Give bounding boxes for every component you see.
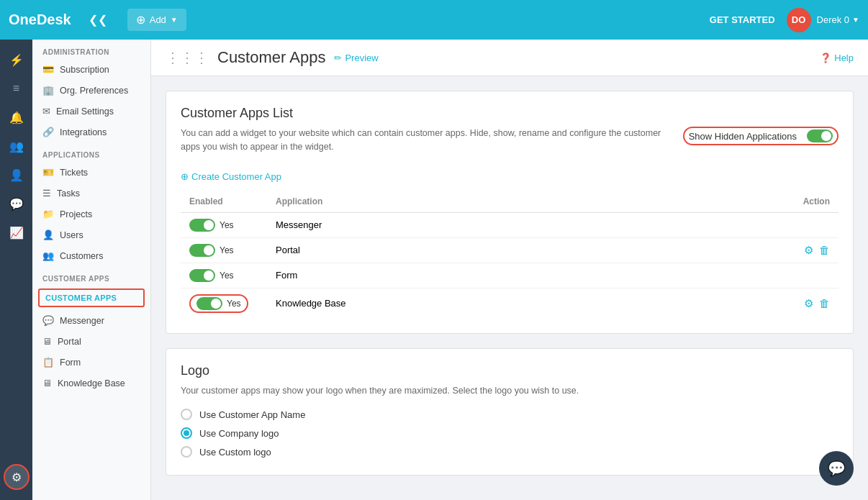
action-cell-kb: ⚙ 🗑	[781, 288, 838, 319]
toggle-wrap-portal: Yes	[189, 244, 258, 257]
sidebar-item-org-label: Org. Preferences	[60, 86, 128, 96]
sidebar-item-tasks[interactable]: ☰ Tasks	[32, 183, 150, 204]
admin-section-title: ADMINISTRATION	[32, 40, 150, 59]
sidebar-item-form[interactable]: 📋 Form	[32, 352, 150, 373]
customer-apps-list-card-body: Customer Apps List You can add a widget …	[166, 91, 853, 333]
tasks-icon: ☰	[42, 188, 51, 199]
toggle-form[interactable]	[189, 269, 215, 282]
enabled-cell-messenger: Yes	[181, 212, 267, 237]
user-name[interactable]: Derek 0	[817, 14, 850, 25]
add-chevron-icon: ▼	[171, 16, 178, 24]
apps-table: Enabled Application Action	[181, 191, 838, 319]
sidebar-icon-people[interactable]: 👥	[4, 133, 30, 159]
users-icon: 👤	[42, 229, 54, 240]
logo-section-desc: Your customer apps may show your logo wh…	[181, 384, 670, 398]
sidebar-item-integrations[interactable]: 🔗 Integrations	[32, 122, 150, 142]
kb-toggle-highlight: Yes	[189, 294, 248, 313]
action-icons-kb: ⚙ 🗑	[790, 297, 830, 310]
sidebar-item-tickets-label: Tickets	[60, 168, 88, 178]
messenger-icon: 💬	[42, 315, 54, 326]
settings-icon-kb[interactable]: ⚙	[804, 297, 813, 310]
collapse-button[interactable]: ❮❮	[83, 10, 113, 29]
show-hidden-circle: Show Hidden Applications	[683, 127, 838, 145]
table-row: Yes Knowledge Base ⚙ 🗑	[181, 288, 838, 319]
add-button[interactable]: ⊕ Add ▼	[127, 9, 186, 31]
sidebar-icon-gear[interactable]: ⚙	[4, 464, 30, 490]
show-hidden-label: Show Hidden Applications	[689, 131, 797, 142]
sidebar-icon-list[interactable]: ≡	[4, 76, 30, 101]
sidebar-item-email-label: Email Settings	[56, 106, 114, 117]
logo-section-title: Logo	[181, 363, 838, 378]
enabled-cell-form: Yes	[181, 263, 267, 288]
sidebar-item-projects[interactable]: 📁 Projects	[32, 204, 150, 224]
avatar[interactable]: DO	[787, 8, 811, 32]
chat-bubble-button[interactable]: 💬	[819, 451, 854, 486]
main-layout: ⚡ ≡ 🔔 👥 👤 💬 📈 ⚙ ADMINISTRATION 💳 Subscri…	[0, 40, 868, 500]
table-row: Yes Messenger	[181, 212, 838, 237]
email-icon: ✉	[42, 106, 50, 117]
sidebar-item-users[interactable]: 👤 Users	[32, 224, 150, 245]
plus-icon: ⊕	[136, 13, 145, 27]
sidebar-item-portal[interactable]: 🖥 Portal	[32, 331, 150, 352]
customer-apps-list-title: Customer Apps List	[181, 106, 838, 121]
toggle-wrap-messenger: Yes	[189, 219, 258, 232]
app-name-portal: Portal	[267, 237, 781, 263]
toggle-portal[interactable]	[189, 244, 215, 257]
sidebar-item-messenger[interactable]: 💬 Messenger	[32, 310, 150, 331]
sidebar-icon-analytics[interactable]: 📈	[4, 219, 30, 245]
show-hidden-toggle[interactable]	[807, 129, 833, 142]
topbar: OneDesk ❮❮ ⊕ Add ▼ GET STARTED DO Derek …	[0, 0, 868, 40]
content-area: ⋮⋮⋮ Customer Apps ✏ Preview ❓ Help Custo…	[151, 40, 868, 500]
sidebar-item-projects-label: Projects	[60, 209, 92, 219]
get-started-button[interactable]: GET STARTED	[710, 14, 775, 25]
app-name-form: Form	[267, 263, 781, 288]
nav-sidebar: ADMINISTRATION 💳 Subscription 🏢 Org. Pre…	[32, 40, 151, 500]
settings-icon-portal[interactable]: ⚙	[804, 244, 813, 257]
toggle-kb[interactable]	[196, 297, 222, 310]
sidebar-item-tickets[interactable]: 🎫 Tickets	[32, 162, 150, 183]
help-button[interactable]: ❓ Help	[820, 53, 854, 63]
page-header: ⋮⋮⋮ Customer Apps ✏ Preview ❓ Help	[151, 40, 868, 76]
radio-item-custom-logo[interactable]: Use Custom logo	[181, 446, 838, 458]
grid-icon[interactable]: ⋮⋮⋮	[166, 49, 209, 66]
radio-item-company-logo[interactable]: Use Company logo	[181, 427, 838, 439]
logo[interactable]: OneDesk	[9, 12, 71, 28]
user-chevron-icon[interactable]: ▼	[852, 16, 859, 24]
tickets-icon: 🎫	[42, 167, 54, 178]
sidebar-icon-person[interactable]: 👤	[4, 162, 30, 188]
customers-icon: 👥	[42, 250, 54, 261]
sidebar-icon-chat[interactable]: 💬	[4, 191, 30, 217]
sidebar-item-knowledge-base[interactable]: 🖥 Knowledge Base	[32, 373, 150, 394]
sidebar-item-integrations-label: Integrations	[60, 127, 107, 137]
sidebar-item-email-settings[interactable]: ✉ Email Settings	[32, 101, 150, 122]
sidebar-item-messenger-label: Messenger	[60, 316, 104, 326]
integrations-icon: 🔗	[42, 127, 54, 137]
preview-label: Preview	[345, 53, 378, 63]
help-icon: ❓	[820, 53, 831, 63]
delete-icon-portal[interactable]: 🗑	[819, 244, 830, 256]
radio-outer-custom-logo	[181, 446, 192, 458]
sidebar-item-customers[interactable]: 👥 Customers	[32, 245, 150, 266]
customer-apps-section-title: CUSTOMER APPS	[32, 266, 150, 286]
sidebar-icon-dashboard[interactable]: ⚡	[4, 47, 30, 73]
preview-link[interactable]: ✏ Preview	[334, 53, 378, 63]
sidebar-item-subscription[interactable]: 💳 Subscription	[32, 59, 150, 80]
projects-icon: 📁	[42, 209, 54, 219]
toggle-messenger[interactable]	[189, 219, 215, 232]
sidebar-item-customers-label: Customers	[60, 251, 103, 261]
enabled-cell-kb: Yes	[181, 288, 267, 319]
delete-icon-kb[interactable]: 🗑	[819, 297, 830, 309]
sidebar-item-org-preferences[interactable]: 🏢 Org. Preferences	[32, 80, 150, 101]
table-row: Yes Form	[181, 263, 838, 288]
col-header-application: Application	[267, 191, 781, 213]
sidebar-icon-bell[interactable]: 🔔	[4, 104, 30, 130]
create-customer-app-link[interactable]: ⊕ Create Customer App	[181, 165, 838, 191]
radio-inner-company-logo	[184, 430, 189, 436]
sidebar-item-customer-apps-active[interactable]: CUSTOMER APPS	[38, 288, 145, 307]
action-cell-portal: ⚙ 🗑	[781, 237, 838, 263]
radio-item-app-name[interactable]: Use Customer App Name	[181, 409, 838, 420]
radio-label-app-name: Use Customer App Name	[199, 409, 305, 420]
radio-outer-app-name	[181, 409, 192, 420]
toggle-label-kb: Yes	[227, 299, 241, 309]
logo-radio-group: Use Customer App Name Use Company logo U…	[181, 406, 838, 460]
